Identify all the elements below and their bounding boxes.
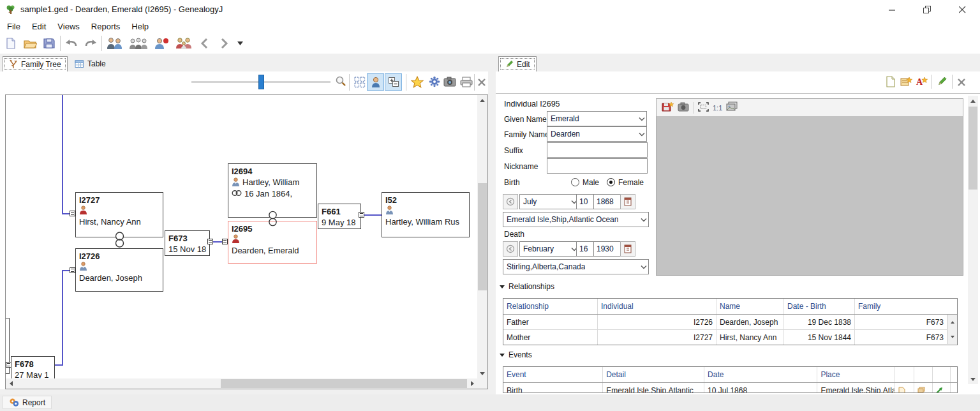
menu-edit[interactable]: Edit [26,20,52,33]
family-view-icon[interactable] [174,35,194,52]
menu-views[interactable]: Views [52,20,85,33]
person-box-i2726[interactable]: I2726 Dearden, Joseph [75,248,163,292]
forward-icon[interactable] [216,35,232,52]
history-dropdown-icon[interactable] [235,35,246,52]
relationships-section-header[interactable]: Relationships [500,282,554,291]
add-source-icon[interactable]: A [914,73,928,90]
fold-handle[interactable] [222,239,228,244]
snapshot-camera-icon[interactable] [442,73,458,90]
col-header[interactable]: Date - Birth [784,299,855,314]
fold-symbols-toggle[interactable] [385,73,402,91]
date-editor-icon[interactable] [620,241,635,257]
event-row-birth[interactable]: Birth Emerald Isle,Ship,Atlantic 10 Jul … [503,383,957,393]
root-person-toggle[interactable] [367,73,384,91]
tree-horizontal-scrollbar[interactable] [6,378,487,389]
death-year-input[interactable]: 1930 [593,241,624,257]
media-icon[interactable] [914,383,933,393]
scroll-down-arrow[interactable] [968,374,978,384]
death-month-combo[interactable]: February [519,241,579,257]
print-icon[interactable] [458,73,475,90]
death-place-combo[interactable]: Stirling,Alberta,Canada [503,259,649,274]
all-media-icon[interactable] [726,101,738,114]
close-view-icon[interactable] [955,74,968,91]
edit-vertical-scrollbar[interactable] [968,96,978,384]
scrollbar-thumb[interactable] [221,379,467,388]
birth-month-combo[interactable]: July [519,194,579,209]
nickname-input[interactable] [547,158,648,174]
scroll-right-arrow[interactable] [467,378,477,389]
scroll-down-arrow[interactable] [947,329,957,344]
birth-place-combo[interactable]: Emerald Isle,Ship,Atlantic Ocean [503,212,649,227]
remove-media-icon[interactable] [678,102,690,114]
save-button[interactable] [41,35,57,52]
col-header[interactable]: Individual [598,299,716,314]
scroll-up-arrow[interactable] [477,95,487,105]
col-header[interactable]: Detail [603,367,704,382]
scrollbar-thumb[interactable] [478,183,487,290]
note-icon[interactable] [895,383,914,393]
given-name-combo[interactable]: Emerald [547,111,647,126]
add-note-icon[interactable] [899,73,913,90]
scroll-up-arrow[interactable] [968,96,978,106]
col-header[interactable]: Date [704,367,817,382]
open-file-button[interactable] [22,35,38,52]
fit-zoom-icon[interactable] [698,102,709,114]
overview-grid-icon[interactable] [352,74,368,91]
female-radio[interactable] [607,178,615,186]
back-icon[interactable] [197,35,213,52]
menu-help[interactable]: Help [126,20,154,33]
new-individual-icon[interactable] [152,35,171,52]
redo-icon[interactable] [82,35,99,52]
male-radio[interactable] [571,178,579,186]
families-icon[interactable] [128,35,149,52]
close-window-button[interactable] [951,1,973,18]
tab-edit[interactable]: Edit [498,56,537,71]
scroll-left-arrow[interactable] [6,378,16,389]
scrollbar-thumb[interactable] [969,107,977,190]
tab-table[interactable]: Table [69,56,112,71]
suffix-input[interactable] [547,142,648,158]
relationship-row-father[interactable]: Father I2726 Dearden, Joseph 19 Dec 1838… [503,315,947,329]
pane-divider[interactable] [488,71,496,394]
family-box-f673[interactable]: F673 15 Nov 18 [165,230,210,256]
undo-icon[interactable] [63,35,80,52]
col-header[interactable]: Place [817,367,895,382]
tab-report[interactable]: Report [3,396,52,409]
new-property-icon[interactable] [884,73,898,90]
calendar-switch-icon[interactable] [503,194,518,209]
col-header[interactable]: Event [503,367,603,382]
edit-event-icon[interactable] [933,383,951,393]
close-view-icon[interactable] [476,74,487,91]
settings-gear-icon[interactable] [426,73,443,90]
col-header[interactable]: Relationship [503,299,598,314]
restore-button[interactable] [916,1,938,18]
new-file-button[interactable] [3,35,19,52]
bookmark-star-icon[interactable] [409,73,426,90]
fold-handle[interactable] [70,267,75,273]
menu-reports[interactable]: Reports [85,20,126,33]
relationship-row-mother[interactable]: Mother I2727 Hirst, Nancy Ann 15 Nov 184… [503,329,947,345]
date-editor-icon[interactable] [620,194,635,209]
fold-handle[interactable] [207,239,213,244]
col-header[interactable]: Name [716,299,784,314]
col-header[interactable]: Family [855,299,957,314]
add-media-icon[interactable] [662,101,674,114]
person-box-i52[interactable]: I52 Hartley, William Rus [382,192,470,237]
menu-file[interactable]: File [1,20,26,33]
family-name-combo[interactable]: Dearden [547,126,647,142]
family-box-f661[interactable]: F661 9 May 18 [318,204,361,229]
fold-handle[interactable] [70,211,75,216]
family-tree-canvas[interactable]: I2727 Hirst, Nancy Ann I2726 Dearden, Jo… [5,94,488,389]
minimize-button[interactable] [881,1,903,18]
fold-handle[interactable] [359,212,364,218]
edit-pencil-icon[interactable] [935,73,949,90]
scroll-up-arrow[interactable] [947,315,957,329]
tab-family-tree[interactable]: Family Tree [3,56,68,71]
individuals-icon[interactable] [105,35,125,52]
scroll-down-arrow[interactable] [477,368,487,378]
tree-vertical-scrollbar[interactable] [477,95,487,378]
birth-year-input[interactable]: 1868 [593,194,624,209]
magnifier-icon[interactable] [332,73,349,89]
events-section-header[interactable]: Events [500,350,532,359]
delete-event-icon[interactable] [951,383,957,393]
